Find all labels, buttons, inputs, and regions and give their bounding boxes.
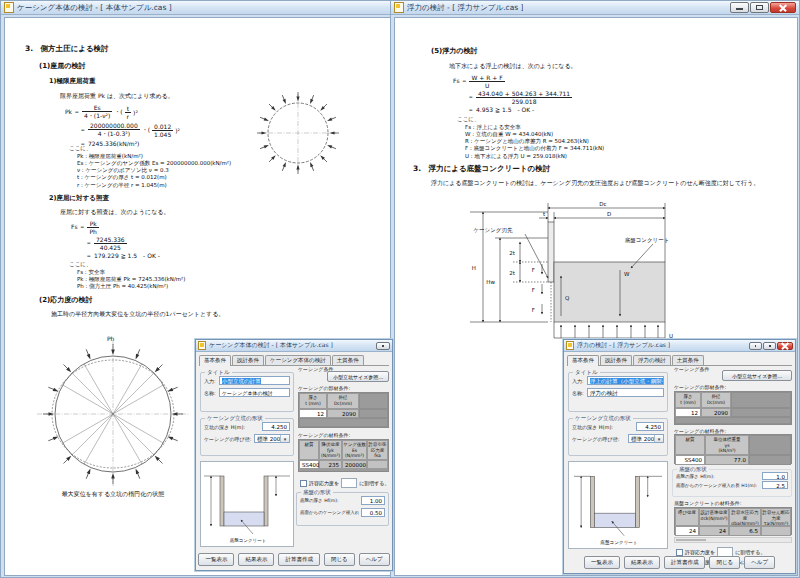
svg-text:底盤コンクリート: 底盤コンクリート (230, 537, 267, 543)
checkbox[interactable] (676, 549, 683, 556)
depth-input[interactable]: 4.250 (636, 422, 664, 431)
column-header: 外径Dc(mm) (327, 393, 359, 409)
casing-section-label: ケーシング条件 (674, 366, 709, 372)
doc-subheading: (5)浮力の検討 (431, 46, 477, 56)
maximize-icon[interactable] (763, 342, 776, 350)
tab-casing-body[interactable]: ケーシング本体の検討 (265, 355, 331, 365)
report-create-button[interactable]: 計算書作成 (664, 556, 706, 569)
tab-soil[interactable]: 土質条件 (332, 355, 364, 365)
chevron-down-icon[interactable]: ▾ (280, 435, 289, 442)
dialog-title: ケーシング本体の検討 - [ 本体サンプル.cas ] (209, 341, 333, 350)
diameter-select[interactable]: 標準 2000▾ (628, 434, 664, 443)
tab-buoyancy[interactable]: 浮力の検討 (633, 355, 671, 365)
result-view-button[interactable]: 結果表示 (624, 556, 660, 569)
table-cell[interactable]: SS400 (299, 460, 319, 469)
embed-length-label: 底面からのケーシング根入れ長 H1(m): (300, 510, 359, 515)
doc-subheading: 2)座屈に対する照査 (49, 194, 109, 203)
svg-text:底盤コンクリート: 底盤コンクリート (600, 539, 637, 546)
column-header: 材質 (299, 440, 319, 460)
window-titlebar[interactable]: ケーシング本体の検討 - [ 本体サンプル.cas ] (1, 1, 393, 15)
chevron-down-icon[interactable]: ▾ (654, 435, 663, 442)
document-icon (198, 341, 206, 350)
table-cell[interactable]: 24 (675, 526, 699, 536)
embed-length-input[interactable]: 0.50 (361, 508, 385, 517)
name-input[interactable]: ケーシング本体の検討 (219, 388, 290, 397)
window-title: ケーシング本体の検討 - [ 本体サンプル.cas ] (17, 3, 172, 13)
member-table-label: ケーシングの部材条件: (674, 384, 726, 390)
list-view-button[interactable]: 一覧表示 (198, 553, 234, 566)
scrollbar-thumb[interactable] (676, 539, 706, 541)
concrete-table-label: 底盤コンクリートの材料条件: (674, 500, 741, 506)
table-cell[interactable]: 12 (675, 408, 701, 417)
depth-input[interactable]: 4.250 (262, 422, 290, 431)
checkbox-label: に割増する。 (735, 549, 765, 555)
report-create-button[interactable]: 計算書作成 (278, 553, 320, 566)
close-icon[interactable] (770, 2, 796, 13)
dialog-title: 浮力の検討 - [ 浮力サンプル.cas ] (577, 341, 670, 350)
list-view-button[interactable]: 一覧表示 (584, 556, 620, 569)
close-button[interactable]: 閉じる (324, 553, 355, 566)
minimize-icon[interactable] (730, 2, 749, 13)
name-label: 名称: (572, 390, 585, 396)
diameter-select[interactable]: 標準 2000▾ (254, 434, 290, 443)
depth-label: 立坑の深さ H(m): (204, 424, 260, 430)
close-button[interactable]: 閉じる (709, 556, 740, 569)
shaft-diagram: 底盤コンクリート (201, 462, 293, 546)
help-button[interactable]: ヘルプ (359, 553, 390, 566)
horizontal-scrollbar[interactable] (674, 537, 792, 543)
doc-text: ここに、 (69, 261, 91, 268)
column-header: 厚さt (mm) (675, 392, 701, 408)
tab-design[interactable]: 設計条件 (232, 355, 264, 365)
slab-thickness-input[interactable]: 1.00 (361, 496, 385, 505)
svg-text:F: F (532, 267, 535, 273)
shaft-diagram-panel: 底盤コンクリート (200, 461, 294, 547)
doc-text: ここに、 (457, 116, 479, 123)
svg-text:F: F (532, 307, 535, 313)
table-filler (299, 418, 388, 427)
definition-list: Fs : 安全率 Pk : 極限座屈荷重 Pk = 7245.336(kN/m²… (77, 269, 185, 290)
dialog-titlebar[interactable]: 浮力の検討 - [ 浮力サンプル.cas ] (564, 340, 795, 352)
shaft-diagram-panel: 底盤コンクリート (568, 461, 668, 549)
name-input[interactable]: 浮力の検討 (587, 388, 664, 397)
size-reference-button[interactable]: 小型立坑サイズ参照... (722, 370, 792, 381)
depth-label: 立坑の深さ H(m): (572, 424, 634, 430)
column-header: 厚さt (mm) (299, 393, 327, 409)
slab-shape-group: 底盤の形状 底盤の厚さ Hf(m): 1.0 底面からのケーシング根入れ長 H1… (672, 469, 792, 497)
dialog-buoyancy: 浮力の検討 - [ 浮力サンプル.cas ] 基本条件 設計条件 浮力の検討 土… (563, 339, 796, 574)
column-header: 許容せん断応力度τa(N/mm²) (761, 508, 791, 526)
slab-section-diagram: Dc t D ケーシング刃先 底盤コンクリート W Q F F F U H Hw… (425, 198, 775, 348)
result-view-button[interactable]: 結果表示 (238, 553, 274, 566)
title-input[interactable]: 小型立坑の計算 (219, 376, 290, 385)
minimize-icon[interactable] (376, 342, 390, 350)
embed-length-input[interactable]: 2.5 (762, 481, 788, 489)
document-icon (566, 341, 574, 350)
slab-thickness-label: 底盤の厚さ Hf(m): (676, 474, 760, 479)
shaft-shape-group: ケーシング立坑の形状 立坑の深さ H(m): 4.250 ケーシングの呼び径: … (568, 418, 668, 456)
table-cell[interactable]: SS400 (675, 455, 705, 465)
slab-thickness-input[interactable]: 1.0 (762, 472, 788, 480)
close-icon[interactable] (777, 342, 793, 350)
title-group: タイトル 入力: 小型立坑の計算 名称: ケーシング本体の検討 (200, 372, 294, 412)
tab-soil[interactable]: 土質条件 (672, 355, 704, 365)
window-titlebar[interactable]: 浮力の検討 - [ 浮力サンプル.cas ] (391, 1, 799, 15)
title-group: タイトル 入力: 浮上の計算（小型立坑・鋼製ケーシング式） 名称: 浮力の検討 (568, 372, 668, 412)
help-button[interactable]: ヘルプ (744, 556, 775, 569)
tab-design[interactable]: 設計条件 (600, 355, 632, 365)
column-header: 許容支圧応力度σba(N/mm²) (729, 508, 761, 526)
diameter-label: ケーシングの呼び径: (572, 436, 626, 442)
input-label: 入力: (204, 378, 217, 384)
table-cell[interactable]: 12 (299, 409, 327, 418)
minimize-icon[interactable] (749, 342, 762, 350)
shaft-section-diagram (255, 90, 341, 176)
dialog-titlebar[interactable]: ケーシング本体の検討 - [ 本体サンプル.cas ] (196, 340, 392, 352)
tab-basic[interactable]: 基本条件 (199, 355, 231, 366)
tab-basic[interactable]: 基本条件 (567, 355, 599, 366)
definition-list: Pk : 極限座屈荷重(kN/m²) Es : ケーシングのヤング係数 Es =… (77, 153, 231, 189)
formula-block: Fs ＝ PkPh ＝ 7245.33640.425 ＝ 179.229 ≧ 1… (71, 220, 160, 262)
size-reference-button[interactable]: 小型立坑サイズ参照... (327, 371, 389, 382)
maximize-icon[interactable] (750, 2, 769, 13)
increase-factor-input[interactable] (341, 478, 357, 488)
title-input[interactable]: 浮上の計算（小型立坑・鋼製ケーシング式） (587, 376, 664, 385)
svg-text:H: H (472, 265, 476, 271)
checkbox[interactable] (300, 480, 307, 487)
